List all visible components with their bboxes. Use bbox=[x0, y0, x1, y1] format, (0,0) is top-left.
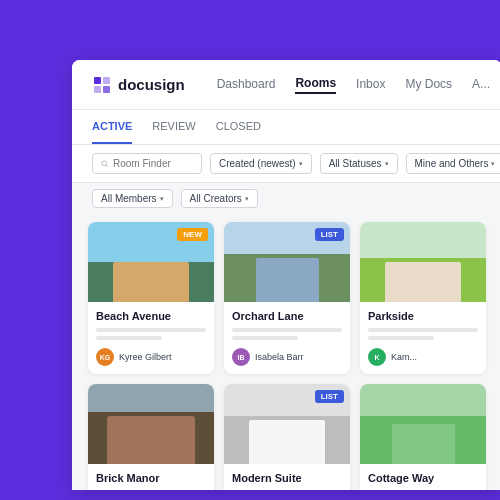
docusign-logo-icon bbox=[92, 75, 112, 95]
app-container: docusign Dashboard Rooms Inbox My Docs A… bbox=[72, 60, 500, 490]
logo-text: docusign bbox=[118, 76, 185, 93]
card-lines-orchard bbox=[232, 328, 342, 340]
sub-filters: All Members ▾ All Creators ▾ bbox=[72, 183, 500, 214]
header: docusign Dashboard Rooms Inbox My Docs A… bbox=[72, 60, 500, 110]
card-image-cottage bbox=[360, 384, 486, 464]
view-filter[interactable]: Mine and Others ▾ bbox=[406, 153, 500, 174]
card-parkside[interactable]: Parkside K Kam... bbox=[360, 222, 486, 374]
search-input[interactable] bbox=[113, 158, 193, 169]
card-line-1 bbox=[232, 328, 342, 332]
nav-item-dashboard[interactable]: Dashboard bbox=[217, 77, 276, 93]
card-image-modern: LIST bbox=[224, 384, 350, 464]
card-image-parkside bbox=[360, 222, 486, 302]
tab-review[interactable]: REVIEW bbox=[152, 110, 195, 144]
status-filter[interactable]: All Statuses ▾ bbox=[320, 153, 398, 174]
badge-new-beach: NEW bbox=[177, 228, 208, 241]
card-title-orchard: Orchard Lane bbox=[232, 310, 342, 322]
card-image-orchard: LIST bbox=[224, 222, 350, 302]
card-user-parkside: K Kam... bbox=[368, 348, 478, 366]
card-title-beach: Beach Avenue bbox=[96, 310, 206, 322]
svg-point-4 bbox=[102, 161, 107, 166]
sort-filter[interactable]: Created (newest) ▾ bbox=[210, 153, 312, 174]
card-image-beach: NEW bbox=[88, 222, 214, 302]
search-icon bbox=[101, 159, 109, 169]
sort-filter-label: Created (newest) bbox=[219, 158, 296, 169]
sort-chevron-icon: ▾ bbox=[299, 160, 303, 168]
view-chevron-icon: ▾ bbox=[491, 160, 495, 168]
card-beach-avenue[interactable]: NEW Beach Avenue KG Kyree Gilbert bbox=[88, 222, 214, 374]
card-body-beach: Beach Avenue KG Kyree Gilbert bbox=[88, 302, 214, 374]
svg-rect-1 bbox=[103, 77, 110, 84]
creators-filter[interactable]: All Creators ▾ bbox=[181, 189, 258, 208]
card-body-parkside: Parkside K Kam... bbox=[360, 302, 486, 374]
creators-chevron-icon: ▾ bbox=[245, 195, 249, 203]
card-image-brick bbox=[88, 384, 214, 464]
nav-item-rooms[interactable]: Rooms bbox=[295, 76, 336, 94]
card-orchard-lane[interactable]: LIST Orchard Lane IB Isabela Barr bbox=[224, 222, 350, 374]
card-body-brick: Brick Manor bbox=[88, 464, 214, 490]
card-cottage-way[interactable]: Cottage Way bbox=[360, 384, 486, 490]
nav-item-inbox[interactable]: Inbox bbox=[356, 77, 385, 93]
badge-list-orchard: LIST bbox=[315, 228, 344, 241]
search-box[interactable] bbox=[92, 153, 202, 174]
creators-filter-label: All Creators bbox=[190, 193, 242, 204]
cards-grid: NEW Beach Avenue KG Kyree Gilbert LIST O bbox=[72, 214, 500, 490]
svg-rect-0 bbox=[94, 77, 101, 84]
svg-rect-3 bbox=[103, 86, 110, 93]
avatar-parkside: K bbox=[368, 348, 386, 366]
svg-rect-2 bbox=[94, 86, 101, 93]
card-user-orchard: IB Isabela Barr bbox=[232, 348, 342, 366]
members-chevron-icon: ▾ bbox=[160, 195, 164, 203]
badge-list-modern: LIST bbox=[315, 390, 344, 403]
card-line-2 bbox=[368, 336, 434, 340]
card-title-parkside: Parkside bbox=[368, 310, 478, 322]
tab-closed[interactable]: CLOSED bbox=[216, 110, 261, 144]
card-body-cottage: Cottage Way bbox=[360, 464, 486, 490]
nav-item-mydocs[interactable]: My Docs bbox=[405, 77, 452, 93]
card-title-modern: Modern Suite bbox=[232, 472, 342, 484]
status-chevron-icon: ▾ bbox=[385, 160, 389, 168]
card-body-orchard: Orchard Lane IB Isabela Barr bbox=[224, 302, 350, 374]
card-title-cottage: Cottage Way bbox=[368, 472, 478, 484]
avatar-beach: KG bbox=[96, 348, 114, 366]
tab-active[interactable]: ACTIVE bbox=[92, 110, 132, 144]
card-user-beach: KG Kyree Gilbert bbox=[96, 348, 206, 366]
logo: docusign bbox=[92, 75, 185, 95]
card-line-1 bbox=[96, 328, 206, 332]
card-line-1 bbox=[368, 328, 478, 332]
card-lines-parkside bbox=[368, 328, 478, 340]
username-beach: Kyree Gilbert bbox=[119, 352, 172, 362]
card-modern-suite[interactable]: LIST Modern Suite bbox=[224, 384, 350, 490]
avatar-orchard: IB bbox=[232, 348, 250, 366]
filters-row: Created (newest) ▾ All Statuses ▾ Mine a… bbox=[72, 145, 500, 183]
nav-items: Dashboard Rooms Inbox My Docs A... bbox=[217, 76, 490, 94]
card-lines-beach bbox=[96, 328, 206, 340]
card-line-2 bbox=[232, 336, 298, 340]
card-body-modern: Modern Suite bbox=[224, 464, 350, 490]
status-filter-label: All Statuses bbox=[329, 158, 382, 169]
members-filter[interactable]: All Members ▾ bbox=[92, 189, 173, 208]
tabs-bar: ACTIVE REVIEW CLOSED bbox=[72, 110, 500, 145]
members-filter-label: All Members bbox=[101, 193, 157, 204]
svg-line-5 bbox=[106, 165, 108, 167]
card-line-2 bbox=[96, 336, 162, 340]
card-brick-manor[interactable]: Brick Manor bbox=[88, 384, 214, 490]
card-title-brick: Brick Manor bbox=[96, 472, 206, 484]
username-orchard: Isabela Barr bbox=[255, 352, 304, 362]
view-filter-label: Mine and Others bbox=[415, 158, 489, 169]
username-parkside: Kam... bbox=[391, 352, 417, 362]
nav-item-more[interactable]: A... bbox=[472, 77, 490, 93]
